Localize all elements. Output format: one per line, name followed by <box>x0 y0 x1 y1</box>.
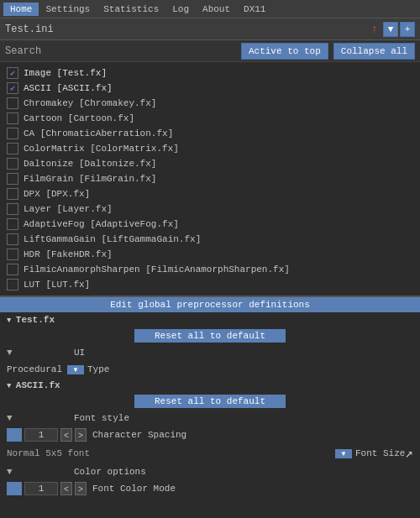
effect-name: DPX [DPX.fx] <box>24 189 90 199</box>
list-item[interactable]: CA [ChromaticAberration.fx] <box>0 126 420 141</box>
effect-name: CA [ChromaticAberration.fx] <box>24 128 173 139</box>
triangle-icon-2: ▼ <box>7 413 74 423</box>
font-color-input[interactable]: 1 <box>24 482 58 495</box>
search-label: Search <box>5 45 236 57</box>
effect-checkbox[interactable]: ✔ <box>7 82 18 94</box>
effect-name: Daltonize [Daltonize.fx] <box>24 159 156 169</box>
effect-checkbox[interactable] <box>7 112 18 124</box>
effect-checkbox[interactable] <box>7 233 18 245</box>
char-spacing-decrement[interactable]: < <box>60 428 72 442</box>
type-dropdown[interactable] <box>67 365 84 374</box>
list-item[interactable]: ✔ASCII [ASCII.fx] <box>0 81 420 96</box>
effect-checkbox[interactable] <box>7 143 18 154</box>
add-button[interactable]: + <box>400 22 415 37</box>
char-spacing-increment[interactable]: > <box>75 428 87 442</box>
ascii-font-style-row: ▼ Font style <box>0 410 420 426</box>
effect-checkbox[interactable] <box>7 128 18 139</box>
effect-name: LiftGammaGain [LiftGammaGain.fx] <box>24 234 201 244</box>
font-color-increment[interactable]: > <box>75 482 87 495</box>
effect-checkbox[interactable]: ✔ <box>7 67 18 79</box>
effects-list: ✔Image [Test.fx]✔ASCII [ASCII.fx]Chromak… <box>0 62 420 297</box>
test-fx-type-row: Procedural Type <box>0 361 420 378</box>
char-spacing-input[interactable]: 1 <box>24 428 58 442</box>
list-item[interactable]: LUT [LUT.fx] <box>0 277 420 292</box>
effect-checkbox[interactable] <box>7 158 18 170</box>
test-fx-ui-row: ▼ UI <box>0 344 420 361</box>
effect-checkbox[interactable] <box>7 203 18 215</box>
list-item[interactable]: ✔Image [Test.fx] <box>0 65 420 81</box>
effect-name: AdaptiveFog [AdaptiveFog.fx] <box>24 219 179 229</box>
font-size-label: Font Size <box>355 448 405 458</box>
effect-name: ASCII [ASCII.fx] <box>24 83 113 93</box>
effect-checkbox[interactable] <box>7 249 18 260</box>
menu-item-settings[interactable]: Settings <box>39 3 97 16</box>
color-options-row: ▼ Color options <box>0 463 420 480</box>
effect-name: Layer [Layer.fx] <box>24 204 113 214</box>
active-to-top-button[interactable]: Active to top <box>241 43 328 60</box>
menu-item-statistics[interactable]: Statistics <box>97 3 165 16</box>
menu-item-about[interactable]: About <box>196 3 237 16</box>
font-size-dropdown[interactable] <box>335 449 352 458</box>
effect-checkbox[interactable] <box>7 97 18 109</box>
effect-name: Chromakey [Chromakey.fx] <box>24 98 156 108</box>
font-style-label: Font style <box>74 413 129 423</box>
collapse-all-button[interactable]: Collapse all <box>333 43 415 60</box>
effect-name: ColorMatrix [ColorMatrix.fx] <box>24 144 179 154</box>
normal-font-label: Normal 5x5 font <box>7 448 335 458</box>
list-item[interactable]: Layer [Layer.fx] <box>0 201 420 217</box>
char-spacing-stepper: 1 < > Character Spacing <box>7 428 186 442</box>
char-spacing-label: Character Spacing <box>92 430 186 440</box>
list-item[interactable]: Daltonize [Daltonize.fx] <box>0 156 420 171</box>
triangle-icon-3: ▼ <box>7 467 74 477</box>
color-swatch <box>7 428 22 442</box>
effect-name: HDR [FakeHDR.fx] <box>24 249 113 259</box>
effect-checkbox[interactable] <box>7 218 18 230</box>
effect-checkbox[interactable] <box>7 188 18 200</box>
controls-bar: Search Active to top Collapse all <box>0 40 420 62</box>
list-item[interactable]: DPX [DPX.fx] <box>0 186 420 201</box>
font-color-stepper: 1 < > Font Color Mode <box>7 482 176 495</box>
effect-checkbox[interactable] <box>7 279 18 290</box>
list-item[interactable]: Chromakey [Chromakey.fx] <box>0 96 420 111</box>
menu-item-dx11[interactable]: DX11 <box>237 3 272 16</box>
ui-label: UI <box>74 348 85 358</box>
list-item[interactable]: FilmGrain [FilmGrain.fx] <box>0 171 420 186</box>
menu-item-log[interactable]: Log <box>165 3 196 16</box>
font-size-row: Normal 5x5 font Font Size ↗ <box>0 443 420 463</box>
ascii-fx-reset-button[interactable]: Reset all to default <box>134 395 286 408</box>
list-item[interactable]: ColorMatrix [ColorMatrix.fx] <box>0 141 420 156</box>
char-spacing-row: 1 < > Character Spacing <box>0 426 420 443</box>
procedural-label: Procedural <box>7 364 62 374</box>
color-options-label: Color options <box>74 467 146 477</box>
font-color-row: 1 < > Font Color Mode <box>0 480 420 497</box>
effect-name: LUT [LUT.fx] <box>24 280 90 290</box>
title-filename: Test.ini <box>5 24 371 35</box>
color-swatch-2 <box>7 482 22 495</box>
dropdown-button[interactable]: ▼ <box>383 22 398 37</box>
menu-bar: Home Settings Statistics Log About DX11 <box>0 0 420 18</box>
list-item[interactable]: HDR [FakeHDR.fx] <box>0 247 420 262</box>
font-color-decrement[interactable]: < <box>60 482 72 495</box>
list-item[interactable]: Cartoon [Cartoon.fx] <box>0 111 420 126</box>
test-fx-reset-button[interactable]: Reset all to default <box>134 329 286 343</box>
effect-name: Cartoon [Cartoon.fx] <box>24 113 134 123</box>
title-bar: Test.ini ↑ ▼ + <box>0 18 420 40</box>
font-color-label: Font Color Mode <box>92 484 176 494</box>
cursor-icon: ↗ <box>405 445 413 462</box>
effect-checkbox[interactable] <box>7 173 18 185</box>
menu-item-home[interactable]: Home <box>3 3 39 16</box>
list-item[interactable]: AdaptiveFog [AdaptiveFog.fx] <box>0 217 420 232</box>
test-fx-section[interactable]: Test.fx <box>0 312 420 327</box>
list-item[interactable]: LiftGammaGain [LiftGammaGain.fx] <box>0 232 420 247</box>
ascii-fx-section[interactable]: ASCII.fx <box>0 378 420 393</box>
panel-header: Edit global preprocessor definitions <box>0 297 420 312</box>
effect-checkbox[interactable] <box>7 264 18 275</box>
triangle-icon: ▼ <box>7 348 74 358</box>
arrow-icon: ↑ <box>371 23 378 36</box>
effect-name: Image [Test.fx] <box>24 68 107 78</box>
type-label: Type <box>87 364 109 374</box>
list-item[interactable]: FilmicAnamorphSharpen [FilmicAnamorphSha… <box>0 262 420 277</box>
bottom-panel: Edit global preprocessor definitions Tes… <box>0 297 420 497</box>
effect-name: FilmGrain [FilmGrain.fx] <box>24 174 156 184</box>
effect-name: FilmicAnamorphSharpen [FilmicAnamorphSha… <box>24 264 290 275</box>
